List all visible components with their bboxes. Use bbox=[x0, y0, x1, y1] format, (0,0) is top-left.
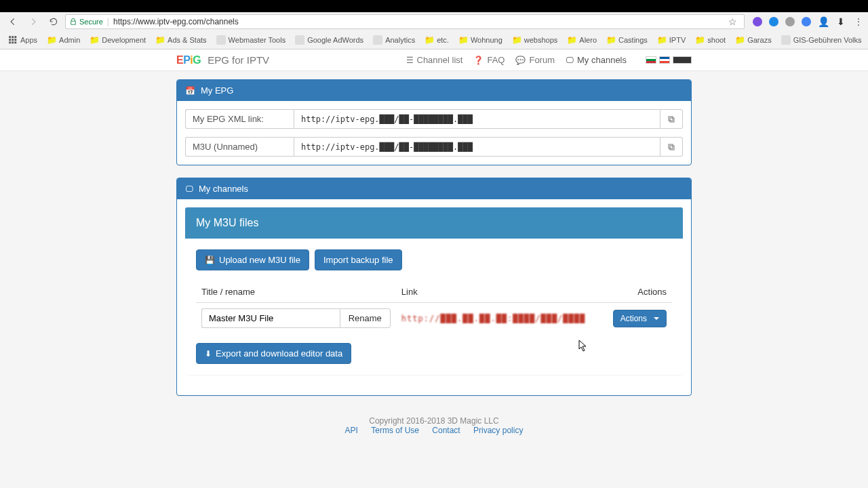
tv-icon: 🖵 bbox=[566, 56, 574, 64]
svg-rect-4 bbox=[12, 39, 14, 41]
actions-label: Actions bbox=[620, 314, 647, 323]
epg-xml-value[interactable]: http://iptv-epg.███/██-████████.███ bbox=[294, 109, 660, 129]
caret-down-icon bbox=[654, 317, 659, 320]
my-epg-panel: 📅 My EPG My EPG XML link: http://iptv-ep… bbox=[176, 79, 692, 165]
address-bar[interactable]: Secure | https://www.iptv-epg.com/channe… bbox=[65, 14, 745, 29]
bookmark-star-icon[interactable]: ☆ bbox=[728, 16, 737, 27]
flag-icon-2[interactable] bbox=[659, 56, 670, 64]
svg-rect-12 bbox=[669, 144, 673, 148]
export-editor-data-button[interactable]: ⬇ Export and download editor data bbox=[196, 343, 351, 364]
bookmarks-bar: AppsAdminDevelopmentAds & StatsWebmaster… bbox=[0, 31, 868, 49]
bookmark-item[interactable]: Analytics bbox=[369, 33, 419, 47]
nav-faq[interactable]: ❓ FAQ bbox=[473, 55, 505, 65]
footer-copyright: Copyright 2016-2018 3D Magic LLC bbox=[176, 416, 692, 426]
svg-rect-11 bbox=[670, 146, 674, 150]
svg-rect-6 bbox=[9, 41, 11, 43]
flag-icon-3[interactable] bbox=[673, 56, 692, 64]
rename-button[interactable]: Rename bbox=[340, 308, 391, 328]
nav-my-channels-label: My channels bbox=[577, 55, 627, 65]
nav-faq-label: FAQ bbox=[487, 55, 505, 65]
calendar-icon: 📅 bbox=[185, 87, 195, 95]
browser-chrome: Secure | https://www.iptv-epg.com/channe… bbox=[0, 12, 868, 49]
brand[interactable]: EPiG EPG for IPTV bbox=[176, 54, 269, 66]
actions-dropdown-button[interactable]: Actions bbox=[613, 310, 667, 327]
bookmark-item[interactable]: Wohnung bbox=[454, 33, 507, 47]
th-title: Title / rename bbox=[196, 281, 396, 303]
page-footer: Copyright 2016-2018 3D Magic LLC API Ter… bbox=[176, 416, 692, 435]
upload-m3u-button[interactable]: 💾 Upload new M3U file bbox=[196, 249, 309, 270]
site-navbar: EPiG EPG for IPTV ☰ Channel list ❓ FAQ 💬… bbox=[0, 49, 868, 71]
flag-icon-1[interactable] bbox=[646, 56, 656, 64]
upload-icon: 💾 bbox=[205, 256, 215, 264]
url-text: https://www.iptv-epg.com/channels bbox=[113, 17, 239, 26]
svg-rect-0 bbox=[9, 36, 11, 38]
footer-api-link[interactable]: API bbox=[345, 426, 358, 435]
downloads-icon[interactable]: ⬇ bbox=[835, 16, 846, 27]
nav-forum-label: Forum bbox=[529, 55, 555, 65]
bookmark-item[interactable]: GIS-Gebühren Volks bbox=[777, 33, 866, 47]
question-icon: ❓ bbox=[473, 56, 484, 64]
footer-contact-link[interactable]: Contact bbox=[432, 426, 460, 435]
m3u-link-cell[interactable]: http://███.██.██.██:████/███/████ bbox=[396, 303, 608, 334]
bookmark-item[interactable]: Admin bbox=[43, 33, 84, 47]
brand-logo: EPiG bbox=[176, 54, 201, 66]
th-actions: Actions bbox=[608, 281, 672, 303]
bookmark-item[interactable]: Garazs bbox=[731, 33, 775, 47]
m3u-title-input[interactable] bbox=[201, 308, 340, 328]
letterbox-top bbox=[0, 0, 868, 12]
copy-m3u-unnamed-button[interactable] bbox=[660, 137, 683, 157]
copy-icon bbox=[667, 143, 675, 151]
brand-title: EPG for IPTV bbox=[208, 54, 269, 66]
epg-xml-label: My EPG XML link: bbox=[185, 109, 294, 129]
nav-forum[interactable]: 💬 Forum bbox=[515, 55, 555, 65]
bookmark-item[interactable]: IPTV bbox=[653, 33, 690, 47]
svg-rect-5 bbox=[14, 39, 16, 41]
upload-m3u-label: Upload new M3U file bbox=[219, 255, 300, 265]
import-backup-button[interactable]: Import backup file bbox=[315, 249, 402, 270]
download-icon: ⬇ bbox=[205, 350, 212, 358]
forward-button[interactable] bbox=[24, 14, 42, 29]
bookmark-item[interactable]: Google AdWords bbox=[291, 33, 368, 47]
back-button[interactable] bbox=[4, 14, 22, 29]
secure-label: Secure bbox=[79, 18, 103, 26]
nav-channel-list[interactable]: ☰ Channel list bbox=[406, 55, 463, 65]
bookmark-item[interactable]: webshops bbox=[508, 33, 562, 47]
bookmarks-apps[interactable]: Apps bbox=[4, 35, 41, 45]
svg-rect-1 bbox=[12, 36, 14, 38]
extension-icon-4[interactable] bbox=[802, 17, 811, 26]
nav-channel-list-label: Channel list bbox=[417, 55, 463, 65]
svg-rect-9 bbox=[670, 118, 674, 122]
tv-icon: 🖵 bbox=[185, 185, 193, 193]
m3u-unnamed-row: M3U (Unnamed) http://iptv-epg.███/██-███… bbox=[185, 137, 683, 157]
comment-icon: 💬 bbox=[515, 56, 526, 64]
svg-rect-10 bbox=[669, 117, 673, 121]
extension-icon-2[interactable] bbox=[769, 17, 778, 26]
menu-icon[interactable]: ⋮ bbox=[853, 16, 864, 27]
bookmark-item[interactable]: shoot bbox=[691, 33, 730, 47]
bookmark-item[interactable]: Alero bbox=[563, 33, 601, 47]
bookmark-item[interactable]: Webmaster Tools bbox=[212, 33, 290, 47]
svg-rect-2 bbox=[14, 36, 16, 38]
reload-button[interactable] bbox=[45, 14, 62, 29]
m3u-unnamed-value[interactable]: http://iptv-epg.███/██-████████.███ bbox=[294, 137, 660, 157]
footer-terms-link[interactable]: Terms of Use bbox=[371, 426, 419, 435]
profile-icon[interactable]: 👤 bbox=[818, 16, 829, 27]
nav-my-channels[interactable]: 🖵 My channels bbox=[566, 55, 627, 65]
copy-icon bbox=[667, 115, 675, 123]
footer-privacy-link[interactable]: Privacy policy bbox=[473, 426, 523, 435]
table-row: Rename http://███.██.██.██:████/███/████ bbox=[196, 303, 672, 334]
bookmark-item[interactable]: Development bbox=[85, 33, 150, 47]
my-channels-title: My channels bbox=[199, 184, 248, 194]
bookmark-item[interactable]: Ads & Stats bbox=[151, 33, 210, 47]
extension-icon-3[interactable] bbox=[785, 17, 795, 26]
copy-epg-xml-button[interactable] bbox=[660, 109, 683, 129]
my-channels-panel: 🖵 My channels My M3U files 💾 Upload new … bbox=[176, 178, 692, 396]
secure-badge: Secure bbox=[70, 18, 103, 26]
bookmark-item[interactable]: etc. bbox=[420, 33, 453, 47]
list-icon: ☰ bbox=[406, 56, 414, 64]
bookmark-item[interactable]: Castings bbox=[602, 33, 652, 47]
my-epg-heading: 📅 My EPG bbox=[177, 80, 691, 101]
m3u-files-heading: My M3U files bbox=[185, 207, 683, 239]
import-backup-label: Import backup file bbox=[323, 255, 393, 265]
extension-icon-1[interactable] bbox=[753, 17, 762, 26]
